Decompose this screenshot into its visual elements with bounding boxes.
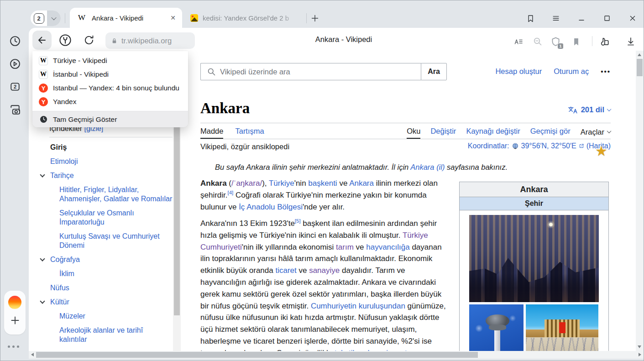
text-segment: ( — [227, 179, 231, 188]
close-window-button[interactable] — [626, 11, 639, 25]
chevron-down-icon[interactable] — [40, 298, 45, 303]
article-tab-ge-mi-i-g-r[interactable]: Geçmişi gör — [530, 127, 571, 139]
toc-item[interactable]: İklim — [39, 269, 173, 278]
yandex-home-button[interactable] — [58, 33, 73, 47]
wiki-link[interactable]: hayvancılığa — [366, 243, 409, 251]
new-tab-button[interactable] — [309, 12, 321, 24]
minimize-button[interactable] — [575, 11, 588, 25]
history-menu-item[interactable]: YYandex — [32, 95, 188, 109]
toc-item[interactable]: Nüfus — [39, 283, 173, 293]
article-tab-tart-ma[interactable]: Tartışma — [235, 127, 264, 139]
user-link-oturum-a-[interactable]: Oturum aç — [554, 67, 589, 76]
protect-shield-button[interactable]: 1 — [549, 35, 562, 48]
article-tab-kayna-de-i-tir[interactable]: Kaynağı değiştir — [466, 127, 520, 139]
history-menu-item[interactable]: WTürkiye - Vikipedi — [32, 54, 188, 68]
clock-icon — [9, 35, 21, 47]
chevron-down-icon[interactable] — [40, 256, 45, 261]
wiki-link[interactable]: Ankara (il) — [410, 163, 445, 171]
maximize-button[interactable] — [600, 11, 614, 25]
toc-item-label: Kurtuluş Savaşı ve Cumhuriyet Dönemi — [59, 232, 160, 249]
tab-ankara-vikipedi[interactable]: W Ankara - Vikipedi ✕ — [70, 8, 182, 28]
address-bar[interactable]: tr.wikipedia.org — [105, 32, 195, 49]
browser-menu-button[interactable] — [549, 11, 563, 25]
languages-button[interactable]: 201 dil — [539, 105, 611, 114]
featured-article-star-icon[interactable]: ★ — [595, 143, 607, 159]
screenshot-sidebar-button[interactable] — [8, 103, 22, 116]
back-button[interactable] — [32, 31, 52, 50]
menu-item-label: İstanbul - Vikipedi — [53, 70, 109, 78]
toc-item[interactable]: Hititler, Frigler, Lidyalılar, Ahamenişl… — [39, 185, 173, 204]
clock-icon — [39, 115, 48, 124]
coordinates-value[interactable]: 39°56′N, 32°50′E — [521, 142, 576, 150]
wiki-link[interactable]: Cumhuriyetin kuruluşundan — [311, 302, 405, 310]
sidebar-more-button[interactable] — [8, 345, 19, 348]
toc-item[interactable]: Arkeolojik alanlar ve tarihî kalıntılar — [39, 326, 173, 344]
history-menu-item[interactable]: Wİstanbul - Vikipedi — [32, 68, 188, 81]
article-tab-oku[interactable]: Oku — [407, 127, 420, 139]
show-full-history-item[interactable]: Tam Geçmişi Göster — [32, 111, 188, 127]
scroll-up-arrow[interactable] — [638, 53, 641, 56]
infobox-image-cityscape[interactable] — [469, 215, 599, 302]
wiki-link[interactable]: tarım — [336, 243, 354, 251]
wiki-link[interactable]: /ˈaŋkara/ — [231, 179, 262, 188]
history-sidebar-button[interactable] — [8, 34, 22, 48]
toc-item[interactable]: Kurtuluş Savaşı ve Cumhuriyet Dönemi — [39, 232, 173, 250]
bookmarks-panel-button[interactable] — [524, 11, 537, 25]
wiki-link[interactable]: sanayiye — [309, 266, 340, 275]
wiki-link[interactable]: [4] — [228, 190, 234, 195]
user-menu-ellipsis[interactable]: ••• — [601, 68, 611, 75]
scroll-down-arrow[interactable] — [638, 345, 641, 348]
tab-counter-pill[interactable]: 2 — [31, 10, 61, 26]
yandex-mail-icon[interactable] — [8, 296, 21, 309]
wiki-link[interactable]: ticaret — [275, 266, 296, 275]
wiki-link[interactable]: Ankara — [349, 179, 374, 188]
globe-icon — [512, 142, 519, 150]
article-tab-madde[interactable]: Madde — [200, 127, 223, 139]
text-segment: 'nin ilk yıllarında ekonomisi — [242, 243, 336, 251]
tab-yandex-gorsel[interactable]: kedisi: Yandex Görsel'de 2 b — [185, 8, 305, 28]
tab-list-dropdown[interactable] — [47, 10, 61, 26]
horizontal-scrollbar-thumb[interactable] — [36, 352, 478, 358]
toc-scrollbar[interactable] — [173, 124, 181, 351]
tab-close-icon[interactable]: ✕ — [168, 13, 178, 22]
vertical-scrollbar[interactable] — [636, 51, 644, 351]
wiki-search-input[interactable] — [200, 63, 421, 80]
coordinates-label[interactable]: Koordinatlar: — [468, 142, 509, 150]
toc-item[interactable]: Coğrafya — [39, 255, 173, 264]
article-title: Ankara — [200, 100, 250, 117]
collections-button[interactable] — [597, 35, 611, 49]
toc-item[interactable]: Selçuklular ve Osmanlı İmparatorluğu — [39, 209, 173, 227]
history-menu-item[interactable]: YIstanbul — Yandex: 4 bin sonuç bulundu — [32, 81, 188, 95]
downloads-button[interactable] — [625, 36, 637, 47]
scroll-right-arrow[interactable] — [639, 353, 641, 356]
wiki-link[interactable]: Türkiye — [269, 179, 294, 188]
text-segment: 'nde yer alır. — [303, 203, 345, 211]
article-tab-ara-lar[interactable]: Araçlar — [581, 127, 611, 139]
toc-item[interactable]: Etimoloji — [39, 157, 173, 166]
bookmark-button[interactable] — [570, 36, 582, 47]
add-app-button[interactable] — [9, 314, 21, 326]
protect-badge: 1 — [557, 43, 564, 49]
infobox-subtitle: Şehir — [460, 197, 608, 210]
toc-item[interactable]: Müzeler — [39, 312, 173, 321]
vertical-scrollbar-thumb[interactable] — [637, 59, 643, 76]
wiki-link[interactable]: İç Anadolu Bölgesi — [239, 203, 303, 211]
article-tab-de-i-tir[interactable]: Değiştir — [430, 127, 456, 139]
bookmark-icon — [571, 37, 581, 47]
toc-item[interactable]: Tarihçe — [39, 171, 173, 180]
infobox: Ankara Şehir — [459, 182, 609, 361]
wiki-link[interactable]: [5] — [295, 218, 301, 224]
bookmark-flag-icon — [526, 14, 535, 23]
video-sidebar-button[interactable] — [8, 57, 22, 71]
zoom-button[interactable] — [532, 36, 544, 47]
reload-button[interactable] — [83, 34, 95, 47]
scroll-left-arrow[interactable] — [31, 353, 34, 356]
chevron-down-icon[interactable] — [40, 172, 45, 177]
wiki-link[interactable]: başkenti — [308, 179, 337, 188]
tabs-sidebar-button[interactable]: 2 — [8, 80, 22, 94]
toc-scrollbar-thumb[interactable] — [174, 125, 180, 315]
toc-item[interactable]: Kültür — [39, 298, 173, 307]
user-link-hesap-olu-tur[interactable]: Hesap oluştur — [495, 67, 542, 76]
horizontal-scrollbar[interactable] — [29, 351, 644, 359]
reader-mode-button[interactable] — [513, 36, 524, 47]
